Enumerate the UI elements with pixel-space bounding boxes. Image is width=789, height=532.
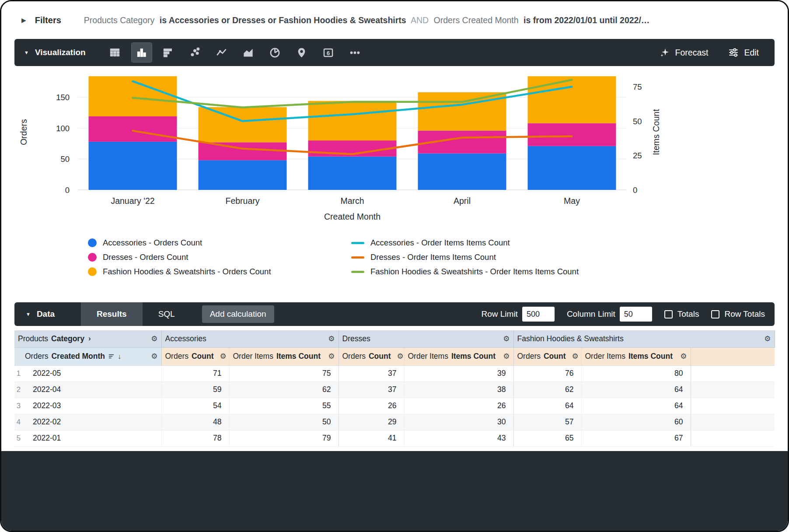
cell-value[interactable]: 75	[229, 365, 339, 382]
cell-value[interactable]: 38	[404, 382, 513, 398]
row-dimension-value[interactable]: 2022-02	[22, 414, 161, 430]
gear-icon[interactable]: ⚙	[503, 352, 510, 361]
row-totals-checkbox[interactable]: Row Totals	[711, 309, 765, 319]
pivot-header-dresses[interactable]: Dresses⚙	[339, 330, 513, 347]
viz-type-more-button[interactable]	[345, 43, 365, 62]
measure-header-items-count[interactable]: Order ItemsItems Count⚙	[229, 347, 339, 365]
bar-segment[interactable]	[199, 142, 287, 160]
legend-item[interactable]: Accessories - Order Items Items Count	[351, 238, 579, 248]
cell-value[interactable]: 64	[581, 382, 691, 398]
measure-header-orders-count[interactable]: OrdersCount⚙	[339, 347, 404, 365]
legend-item[interactable]: Dresses - Orders Count	[88, 252, 351, 262]
gear-icon[interactable]: ⚙	[572, 352, 579, 361]
measure-header-items-count[interactable]: Order ItemsItems Count⚙	[404, 347, 513, 365]
gear-icon[interactable]: ⚙	[680, 352, 687, 361]
sort-descending-icon[interactable]: ↓	[118, 353, 121, 360]
cell-value[interactable]: 67	[581, 430, 691, 446]
edit-button[interactable]: Edit	[728, 47, 759, 58]
legend-item[interactable]: Fashion Hoodies & Sweatshirts - Order It…	[351, 267, 579, 276]
measure-header-items-count[interactable]: Order ItemsItems Count⚙	[581, 347, 691, 365]
cell-value[interactable]: 57	[513, 414, 581, 430]
viz-type-table-button[interactable]	[105, 43, 125, 62]
bar-segment[interactable]	[89, 116, 177, 142]
cell-value[interactable]: 26	[339, 398, 404, 414]
filter-summary[interactable]: Products Category is Accessories or Dres…	[84, 15, 653, 25]
cell-value[interactable]: 62	[229, 382, 339, 398]
gear-icon[interactable]: ⚙	[503, 334, 510, 343]
viz-type-line-chart-button[interactable]	[212, 43, 232, 62]
cell-value[interactable]: 37	[339, 382, 404, 398]
filters-section-label[interactable]: Filters	[35, 15, 61, 25]
row-limit-input[interactable]	[522, 307, 555, 322]
measure-header-orders-count[interactable]: OrdersCount⚙	[513, 347, 581, 365]
bar-segment[interactable]	[528, 76, 616, 123]
measure-header-orders-count[interactable]: OrdersCount⚙	[161, 347, 229, 365]
bar-segment[interactable]	[418, 92, 506, 131]
cell-value[interactable]: 48	[161, 414, 229, 430]
gear-icon[interactable]: ⚙	[151, 352, 157, 361]
filters-expand-icon[interactable]: ▶	[21, 17, 26, 24]
gear-icon[interactable]: ⚙	[328, 352, 335, 361]
cell-value[interactable]: 29	[339, 414, 404, 430]
bar-segment[interactable]	[308, 157, 397, 190]
viz-type-bar-chart-button[interactable]	[158, 43, 178, 62]
cell-value[interactable]: 78	[161, 430, 229, 446]
forecast-button[interactable]: Forecast	[660, 47, 709, 58]
cell-value[interactable]: 79	[229, 430, 339, 446]
row-dimension-value[interactable]: 2022-04	[22, 382, 161, 398]
cell-value[interactable]: 55	[229, 398, 339, 414]
cell-value[interactable]: 39	[404, 365, 513, 382]
gear-icon[interactable]: ⚙	[220, 352, 227, 361]
bar-segment[interactable]	[199, 107, 287, 142]
data-section-toggle[interactable]: ▼ Data	[14, 309, 81, 319]
bar-segment[interactable]	[418, 154, 506, 190]
add-calculation-button[interactable]: Add calculation	[202, 305, 274, 323]
cell-value[interactable]: 64	[581, 398, 691, 414]
cell-value[interactable]: 64	[513, 398, 581, 414]
bar-segment[interactable]	[199, 160, 287, 190]
viz-type-single-value-button[interactable]: 6	[318, 43, 339, 62]
legend-item[interactable]: Accessories - Orders Count	[88, 238, 351, 248]
row-dimension-value[interactable]: 2022-01	[22, 430, 161, 446]
row-dimension-value[interactable]: 2022-03	[22, 398, 161, 414]
cell-value[interactable]: 59	[161, 382, 229, 398]
bar-segment[interactable]	[89, 142, 177, 190]
cell-value[interactable]: 54	[161, 398, 229, 414]
viz-type-pie-chart-button[interactable]	[265, 43, 285, 62]
gear-icon[interactable]: ⚙	[151, 334, 157, 343]
bar-segment[interactable]	[528, 146, 616, 190]
gear-icon[interactable]: ⚙	[328, 334, 335, 343]
field-menu-icon[interactable]	[108, 353, 115, 360]
viz-type-area-chart-button[interactable]	[238, 43, 258, 62]
cell-value[interactable]: 65	[513, 430, 581, 446]
bar-segment[interactable]	[308, 101, 397, 140]
cell-value[interactable]: 50	[229, 414, 339, 430]
pivot-header-fashion-hoodies[interactable]: Fashion Hoodies & Sweatshirts⚙	[513, 330, 775, 347]
column-limit-input[interactable]	[620, 307, 652, 322]
cell-value[interactable]: 62	[513, 382, 581, 398]
cell-value[interactable]: 43	[404, 430, 513, 446]
cell-value[interactable]: 30	[404, 414, 513, 430]
cell-value[interactable]: 41	[339, 430, 404, 446]
viz-type-scatter-button[interactable]	[185, 43, 205, 62]
gear-icon[interactable]: ⚙	[764, 334, 771, 343]
totals-checkbox[interactable]: Totals	[664, 309, 699, 319]
tab-results[interactable]: Results	[81, 302, 143, 326]
gear-icon[interactable]: ⚙	[397, 352, 404, 361]
cell-value[interactable]: 60	[581, 414, 691, 430]
visualization-section-toggle[interactable]: ▼ Visualization	[24, 48, 86, 57]
pivot-header-accessories[interactable]: Accessories⚙	[161, 330, 339, 347]
bar-segment[interactable]	[528, 123, 616, 146]
legend-item[interactable]: Fashion Hoodies & Sweatshirts - Orders C…	[88, 267, 351, 276]
cell-value[interactable]: 80	[581, 365, 691, 382]
tab-sql[interactable]: SQL	[143, 302, 191, 326]
legend-item[interactable]: Dresses - Order Items Items Count	[351, 252, 579, 262]
column-header-products-category[interactable]: Products Category › ⚙	[14, 330, 161, 347]
column-header-orders-created-month[interactable]: Orders Created Month ↓ ⚙	[14, 347, 161, 365]
viz-type-column-chart-button[interactable]	[132, 43, 152, 62]
cell-value[interactable]: 37	[339, 365, 404, 382]
cell-value[interactable]: 71	[161, 365, 229, 382]
cell-value[interactable]: 26	[404, 398, 513, 414]
cell-value[interactable]: 76	[513, 365, 581, 382]
viz-type-map-button[interactable]	[292, 43, 312, 62]
